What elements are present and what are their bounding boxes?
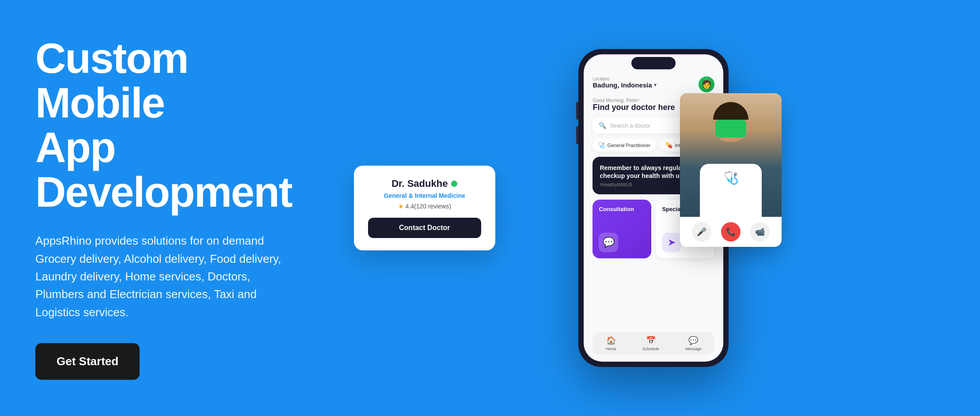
mute-button[interactable]: 🎤 [692,222,711,242]
volume-down-button [576,126,578,144]
home-icon: 🏠 [606,336,616,345]
nav-schedule-label: Schedule [642,347,659,351]
location-name[interactable]: Badung, Indonesia ▾ [593,81,656,89]
user-avatar-image: 🧑 [699,76,714,92]
bottom-navigation: 🏠 Home 📅 Schedule 💬 Message [593,332,714,355]
doctor-video-image: 🩺 [680,93,782,217]
doctor-hair [713,102,748,120]
phone-mockup: Location Badung, Indonesia ▾ 🧑 Good Mo [578,49,729,367]
internal-icon: 💊 [665,142,672,148]
search-icon: 🔍 [599,122,606,129]
schedule-icon: 📅 [646,336,656,345]
avatar[interactable]: 🧑 [699,76,714,92]
end-call-icon: 📞 [726,227,736,237]
stethoscope-icon: 🩺 [723,170,739,185]
consultation-label: Consultation [599,206,645,212]
chevron-down-icon: ▾ [654,82,657,88]
doctor-head [713,102,748,142]
hero-section: Custom Mobile App Development AppsRhino … [0,10,327,406]
location-label: Location [593,76,656,81]
nav-schedule[interactable]: 📅 Schedule [642,336,659,351]
nav-message[interactable]: 💬 Message [685,336,702,351]
star-icon: ★ [398,203,404,210]
nav-home-label: Home [606,347,616,351]
doctor-card: Dr. Sadukhe General & Internal Medicine … [354,166,495,250]
mute-icon: 🎤 [697,227,707,237]
doctor-body: 🩺 [700,164,762,217]
doctor-silhouette: 🩺 [680,93,782,217]
doctor-name: Dr. Sadukhe [391,178,448,189]
contact-doctor-button[interactable]: Contact Doctor [368,218,481,238]
end-call-button[interactable]: 📞 [721,222,741,242]
category-general-label: General Practitioner [607,143,650,148]
volume-up-button [576,102,578,120]
general-icon: 🩺 [598,142,605,148]
get-started-button[interactable]: Get Started [35,343,140,380]
video-toggle-button[interactable]: 📹 [750,222,770,242]
nav-home[interactable]: 🏠 Home [606,336,616,351]
hero-title: Custom Mobile App Development [35,36,292,214]
location-row: Location Badung, Indonesia ▾ 🧑 [593,76,714,92]
message-icon: 💬 [688,336,698,345]
consultation-icon: 💬 [599,233,618,252]
phone-mockup-section: Dr. Sadukhe General & Internal Medicine … [327,0,980,416]
video-controls: 🎤 📞 📹 [680,217,782,247]
hero-description: AppsRhino provides solutions for on dema… [35,232,292,321]
phone-notch [631,57,676,69]
video-call-card: 🩺 🎤 📞 📹 [680,93,782,247]
consultation-card[interactable]: Consultation 💬 [593,200,651,258]
nav-message-label: Message [685,347,702,351]
online-status-indicator [451,181,457,187]
video-icon: 📹 [755,227,765,237]
category-general[interactable]: 🩺 General Practitioner [593,139,656,151]
doctor-mask [715,120,746,137]
special-icon: ➤ [662,233,681,252]
doctor-specialty: General & Internal Medicine [368,192,481,199]
search-input[interactable]: Search a doctor [610,122,650,129]
doctor-rating: ★ 4.4(120 reviews) [368,203,481,210]
